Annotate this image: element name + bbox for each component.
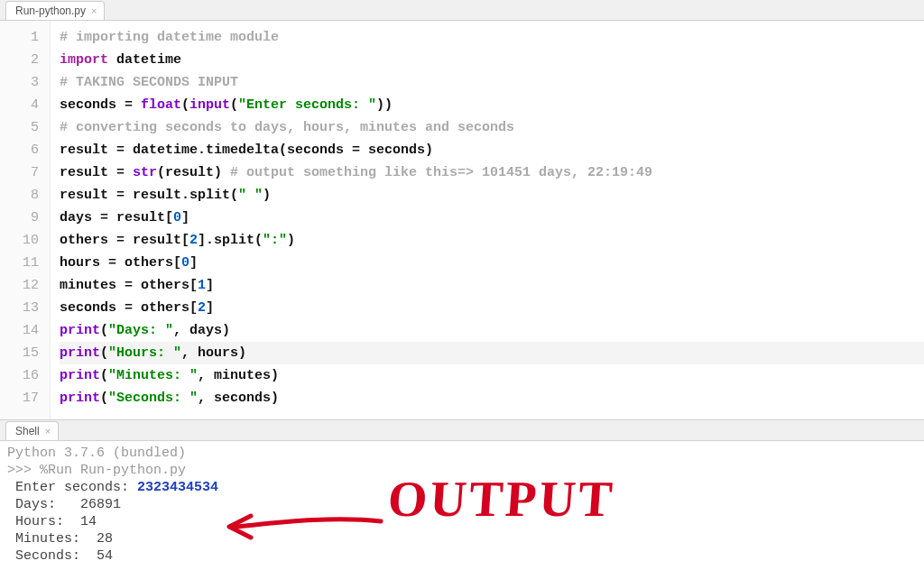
code-line[interactable]: # importing datetime module (60, 26, 924, 49)
line-number: 5 (0, 116, 39, 139)
line-number: 10 (0, 229, 39, 252)
code-line[interactable]: minutes = others[1] (60, 274, 924, 297)
code-line[interactable]: result = str(result) # output something … (60, 161, 924, 184)
code-line[interactable]: print("Minutes: ", minutes) (60, 364, 924, 387)
shell-run-cmd: %Run Run-python.py (40, 463, 186, 478)
code-line[interactable]: print("Hours: ", hours) (60, 342, 924, 364)
line-number: 2 (0, 49, 39, 71)
shell-tab-label: Shell (15, 425, 40, 437)
shell-out-hours: Hours: 14 (7, 514, 97, 529)
code-line[interactable]: # TAKING SECONDS INPUT (60, 71, 924, 94)
code-line[interactable]: # converting seconds to days, hours, min… (60, 116, 924, 139)
line-number: 3 (0, 71, 39, 94)
code-line[interactable]: others = result[2].split(":") (60, 229, 924, 252)
code-line[interactable]: print("Days: ", days) (60, 319, 924, 342)
line-number: 16 (0, 364, 39, 387)
shell-user-input: 2323434534 (137, 480, 218, 495)
shell-tab[interactable]: Shell × (5, 421, 59, 440)
code-area[interactable]: # importing datetime moduleimport dateti… (51, 21, 924, 419)
close-icon[interactable]: × (45, 426, 51, 437)
code-line[interactable]: seconds = others[2] (60, 297, 924, 319)
line-number-gutter: 1234567891011121314151617 (0, 21, 51, 419)
shell-prompt: >>> (7, 463, 40, 478)
shell-output: Python 3.7.6 (bundled) >>> %Run Run-pyth… (0, 441, 924, 570)
code-line[interactable]: result = datetime.timedelta(seconds = se… (60, 139, 924, 161)
line-number: 1 (0, 26, 39, 49)
line-number: 8 (0, 184, 39, 207)
line-number: 13 (0, 297, 39, 319)
code-line[interactable]: hours = others[0] (60, 252, 924, 274)
close-icon[interactable]: × (91, 5, 97, 16)
shell-tab-bar: Shell × (0, 420, 924, 441)
code-line[interactable]: import datetime (60, 49, 924, 71)
line-number: 15 (0, 342, 39, 364)
editor-tab-bar: Run-python.py × (0, 0, 924, 21)
line-number: 9 (0, 207, 39, 229)
editor-tab[interactable]: Run-python.py × (5, 1, 105, 20)
line-number: 17 (0, 387, 39, 409)
code-line[interactable]: seconds = float(input("Enter seconds: ")… (60, 94, 924, 116)
shell-version: Python 3.7.6 (bundled) (7, 446, 186, 461)
code-line[interactable]: print("Seconds: ", seconds) (60, 387, 924, 409)
shell-out-days: Days: 26891 (7, 497, 121, 512)
code-line[interactable]: result = result.split(" ") (60, 184, 924, 207)
editor-tab-label: Run-python.py (15, 5, 86, 17)
line-number: 6 (0, 139, 39, 161)
shell-input-prompt: Enter seconds: (7, 480, 137, 495)
line-number: 4 (0, 94, 39, 116)
shell-panel[interactable]: Python 3.7.6 (bundled) >>> %Run Run-pyth… (0, 441, 924, 570)
code-line[interactable]: days = result[0] (60, 207, 924, 229)
shell-out-minutes: Minutes: 28 (7, 531, 113, 547)
code-editor[interactable]: 1234567891011121314151617 # importing da… (0, 21, 924, 420)
line-number: 14 (0, 319, 39, 342)
shell-out-seconds: Seconds: 54 (7, 548, 113, 564)
line-number: 11 (0, 252, 39, 274)
line-number: 7 (0, 161, 39, 184)
line-number: 12 (0, 274, 39, 297)
